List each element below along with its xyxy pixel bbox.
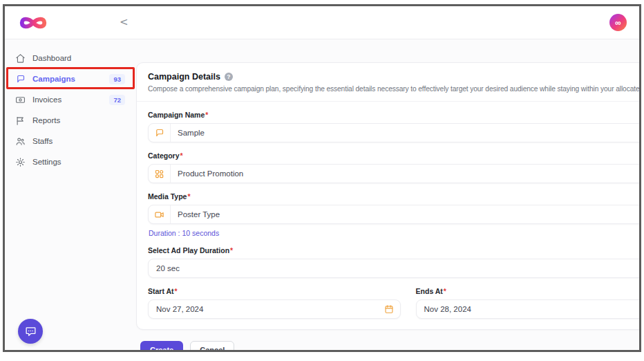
help-icon[interactable]: ? <box>225 73 233 81</box>
main-content: Campaign Details ? Compose a comprehensi… <box>136 39 641 349</box>
ad-play-duration-select[interactable]: 20 sec × <box>148 259 641 278</box>
sidebar-item-label: Settings <box>32 158 61 166</box>
required-mark: * <box>187 192 190 201</box>
sidebar-item-settings[interactable]: Settings <box>5 151 136 172</box>
calendar-icon[interactable] <box>378 304 400 314</box>
media-type-select[interactable]: Poster Type × <box>148 205 641 224</box>
clear-icon[interactable]: × <box>638 264 641 273</box>
chat-support-button[interactable] <box>18 319 43 344</box>
ends-at-value: Nov 28, 2024 <box>417 305 641 313</box>
start-at-value: Nov 27, 2024 <box>149 305 378 313</box>
start-at-label: Start At* <box>148 287 178 295</box>
media-type-value: Poster Type <box>171 210 638 219</box>
sidebar-collapse-button[interactable]: < <box>120 17 129 28</box>
sidebar-item-dashboard[interactable]: Dashboard <box>5 48 136 68</box>
category-value: Product Promotion <box>171 169 638 178</box>
divider <box>137 101 641 102</box>
sidebar-item-label: Campaigns <box>32 75 75 83</box>
invoice-icon <box>15 95 26 105</box>
form-actions: Create Cancel <box>140 341 641 352</box>
app-body: Dashboard Campaigns 93 Invoices 72 <box>5 39 639 349</box>
required-mark: * <box>205 111 208 119</box>
page-title: Campaign Details <box>148 72 220 82</box>
user-avatar[interactable]: ∞ <box>609 14 627 31</box>
required-mark: * <box>175 287 178 295</box>
campaign-name-label: Campaign Name* <box>148 111 208 119</box>
campaigns-count-badge: 93 <box>109 74 125 84</box>
sidebar-item-label: Invoices <box>32 95 61 104</box>
ends-at-date-input[interactable]: Nov 28, 2024 <box>416 299 641 319</box>
start-at-date-input[interactable]: Nov 27, 2024 <box>148 299 401 319</box>
campaign-name-input[interactable]: Sample <box>148 123 641 142</box>
category-icon <box>149 165 171 183</box>
flag-icon <box>15 115 26 126</box>
category-select[interactable]: Product Promotion × <box>148 164 641 183</box>
campaign-details-card: Campaign Details ? Compose a comprehensi… <box>136 62 641 330</box>
category-label: Category* <box>148 151 183 160</box>
sidebar: Dashboard Campaigns 93 Invoices 72 <box>5 39 136 349</box>
campaign-icon <box>15 74 26 84</box>
required-mark: * <box>444 287 446 295</box>
sidebar-item-label: Dashboard <box>32 54 71 62</box>
app-window: < ∞ Dashboard Campaigns 93 <box>3 4 641 352</box>
ends-at-label: Ends At* <box>416 287 446 295</box>
cancel-button[interactable]: Cancel <box>190 341 234 352</box>
sidebar-item-staffs[interactable]: Staffs <box>5 131 136 151</box>
campaign-icon <box>149 124 171 142</box>
sidebar-item-invoices[interactable]: Invoices 72 <box>5 89 136 110</box>
top-bar: < ∞ <box>5 6 639 39</box>
brand-infinity-logo <box>16 11 50 35</box>
sidebar-item-campaigns[interactable]: Campaigns 93 <box>5 68 136 89</box>
media-type-label: Media Type* <box>148 192 191 201</box>
screenshot-stage: < ∞ Dashboard Campaigns 93 <box>0 0 644 361</box>
sidebar-item-label: Staffs <box>32 137 53 145</box>
duration-note: Duration : 10 seconds <box>149 229 641 237</box>
sidebar-item-reports[interactable]: Reports <box>5 110 136 131</box>
ad-play-duration-label: Select Ad Play Duration* <box>148 246 233 254</box>
ad-play-duration-value: 20 sec <box>149 264 638 272</box>
sidebar-item-label: Reports <box>32 116 60 124</box>
users-icon <box>15 136 26 147</box>
required-mark: * <box>230 246 233 254</box>
invoices-count-badge: 72 <box>109 95 125 105</box>
page-description: Compose a comprehensive campaign plan, s… <box>148 85 641 93</box>
clear-icon[interactable]: × <box>638 210 641 219</box>
home-icon <box>15 53 26 64</box>
video-icon <box>149 205 171 223</box>
create-button[interactable]: Create <box>140 341 183 352</box>
required-mark: * <box>180 151 183 160</box>
chat-bubble-icon <box>25 326 37 337</box>
clear-icon[interactable]: × <box>638 169 641 178</box>
campaign-name-value: Sample <box>171 129 641 137</box>
gear-icon <box>15 157 26 167</box>
